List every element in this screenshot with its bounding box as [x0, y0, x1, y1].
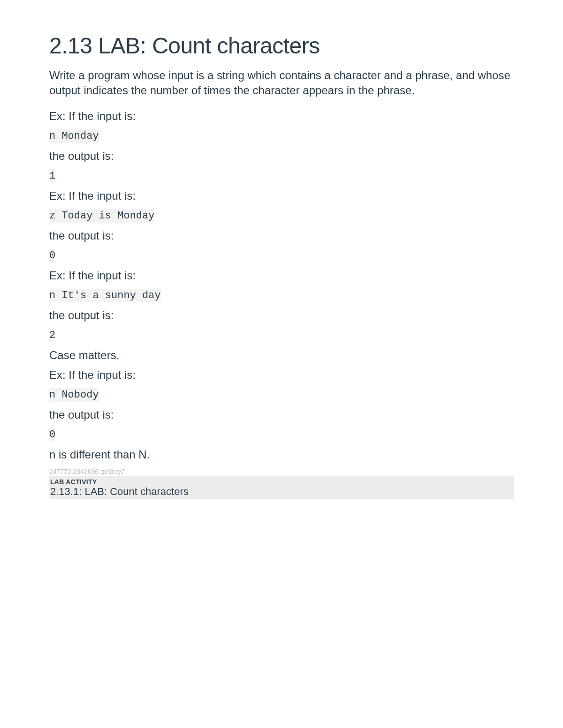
example-prompt: Ex: If the input is:: [49, 269, 514, 282]
output-label: the output is:: [49, 309, 514, 322]
example-input: n It's a sunny day: [49, 289, 161, 302]
example-output: 0: [49, 249, 55, 263]
output-label: the output is:: [49, 408, 514, 421]
lab-activity-label: LAB ACTIVITY: [50, 478, 513, 486]
example-output: 0: [49, 428, 55, 442]
output-label: the output is:: [49, 229, 514, 242]
output-label: the output is:: [49, 150, 514, 163]
page-title: 2.13 LAB: Count characters: [49, 33, 514, 59]
case-note: Case matters.: [49, 349, 514, 362]
example-prompt: Ex: If the input is:: [49, 189, 514, 203]
example-input: z Today is Monday: [49, 209, 154, 223]
intro-paragraph: Write a program whose input is a string …: [49, 68, 514, 98]
hash-code: 247772.2342636.qx3zqy7: [49, 468, 514, 475]
example-input: n Monday: [49, 129, 99, 143]
lab-activity-title: 2.13.1: LAB: Count characters: [50, 486, 513, 498]
lab-activity-bar: LAB ACTIVITY 2.13.1: LAB: Count characte…: [49, 476, 514, 499]
closing-note: n is different than N.: [49, 448, 514, 461]
example-output: 2: [49, 329, 55, 342]
example-input: n Nobody: [49, 388, 99, 402]
example-prompt: Ex: If the input is:: [49, 368, 514, 382]
example-output: 1: [49, 169, 55, 183]
example-prompt: Ex: If the input is:: [49, 110, 514, 123]
